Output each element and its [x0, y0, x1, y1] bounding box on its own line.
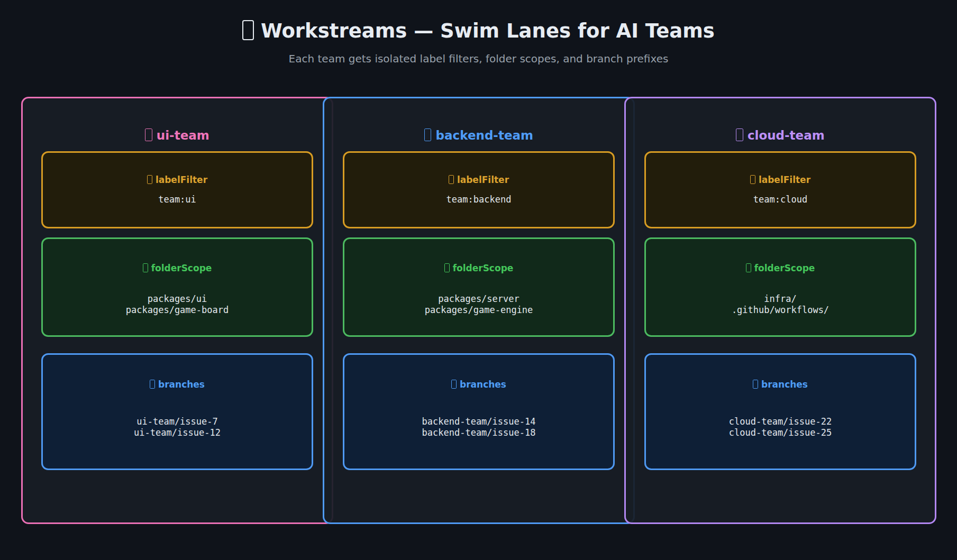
folder-scope-card: folderScope packages/ui packages/game-bo…: [41, 237, 313, 337]
lane-title-text: cloud-team: [748, 128, 825, 142]
lane-backend-team: backend-team labelFilter team:backend fo…: [323, 97, 635, 524]
card-values: team:ui: [43, 194, 312, 205]
branches-card: branches ui-team/issue-7 ui-team/issue-1…: [41, 353, 313, 470]
missing-emoji-icon: [444, 263, 450, 273]
card-values: ui-team/issue-7 ui-team/issue-12: [43, 416, 312, 438]
value-line: backend-team/issue-14: [344, 416, 613, 427]
missing-emoji-icon: [753, 380, 758, 389]
card-title: labelFilter: [43, 175, 312, 185]
page-subtitle: Each team gets isolated label filters, f…: [0, 52, 957, 65]
card-title-text: folderScope: [151, 263, 212, 273]
branches-card: branches backend-team/issue-14 backend-t…: [343, 353, 615, 470]
card-values: backend-team/issue-14 backend-team/issue…: [344, 416, 613, 438]
missing-emoji-icon: [145, 128, 152, 141]
card-title-text: branches: [158, 379, 205, 390]
diagram-canvas: { "header": { "title": "Workstreams — Sw…: [0, 0, 957, 560]
missing-emoji-icon: [736, 128, 743, 141]
card-title-text: branches: [460, 379, 506, 390]
value-line: ui-team/issue-12: [43, 427, 312, 438]
label-filter-card: labelFilter team:backend: [343, 151, 615, 228]
lane-cloud-team: cloud-team labelFilter team:cloud folder…: [624, 97, 936, 524]
lane-ui-team: ui-team labelFilter team:ui folderScope …: [21, 97, 333, 524]
value-line: cloud-team/issue-22: [646, 416, 915, 427]
card-title-text: labelFilter: [759, 175, 810, 185]
card-title: branches: [344, 379, 613, 390]
missing-emoji-icon: [451, 380, 457, 389]
missing-emoji-icon: [750, 175, 755, 185]
branches-card: branches cloud-team/issue-22 cloud-team/…: [644, 353, 916, 470]
label-filter-card: labelFilter team:ui: [41, 151, 313, 228]
lane-title: cloud-team: [626, 128, 935, 143]
card-title: folderScope: [646, 263, 915, 273]
card-title: branches: [43, 379, 312, 390]
value-line: packages/game-engine: [344, 305, 613, 316]
lane-title: ui-team: [23, 128, 332, 143]
page-title-text: Workstreams — Swim Lanes for AI Teams: [261, 20, 715, 42]
card-title-text: labelFilter: [156, 175, 207, 185]
value-line: .github/workflows/: [646, 305, 915, 316]
value-line: team:ui: [43, 194, 312, 205]
missing-emoji-icon: [143, 263, 148, 273]
missing-emoji-icon: [147, 175, 152, 185]
missing-emoji-icon: [746, 263, 751, 273]
value-line: team:cloud: [646, 194, 915, 205]
lane-title: backend-team: [324, 128, 633, 143]
card-values: team:backend: [344, 194, 613, 205]
card-title: folderScope: [43, 263, 312, 273]
card-title-text: branches: [761, 379, 808, 390]
card-title: folderScope: [344, 263, 613, 273]
value-line: cloud-team/issue-25: [646, 427, 915, 438]
card-values: packages/ui packages/game-board: [43, 293, 312, 316]
card-title: labelFilter: [646, 175, 915, 185]
missing-emoji-icon: [449, 175, 454, 185]
value-line: ui-team/issue-7: [43, 416, 312, 427]
missing-emoji-icon: [150, 380, 155, 389]
folder-scope-card: folderScope packages/server packages/gam…: [343, 237, 615, 337]
swim-lanes-container: ui-team labelFilter team:ui folderScope …: [21, 97, 936, 524]
card-title: branches: [646, 379, 915, 390]
card-values: cloud-team/issue-22 cloud-team/issue-25: [646, 416, 915, 438]
lane-title-text: ui-team: [157, 128, 209, 142]
card-values: packages/server packages/game-engine: [344, 293, 613, 316]
value-line: team:backend: [344, 194, 613, 205]
value-line: infra/: [646, 293, 915, 305]
card-title-text: folderScope: [453, 263, 514, 273]
card-title-text: folderScope: [754, 263, 815, 273]
card-title-text: labelFilter: [457, 175, 509, 185]
card-values: team:cloud: [646, 194, 915, 205]
card-values: infra/ .github/workflows/: [646, 293, 915, 316]
card-title: labelFilter: [344, 175, 613, 185]
folder-scope-card: folderScope infra/ .github/workflows/: [644, 237, 916, 337]
missing-emoji-icon: [242, 20, 253, 40]
lane-title-text: backend-team: [436, 128, 533, 142]
value-line: packages/server: [344, 293, 613, 305]
value-line: packages/game-board: [43, 305, 312, 316]
label-filter-card: labelFilter team:cloud: [644, 151, 916, 228]
value-line: packages/ui: [43, 293, 312, 305]
page-title: Workstreams — Swim Lanes for AI Teams: [0, 0, 957, 43]
value-line: backend-team/issue-18: [344, 427, 613, 438]
missing-emoji-icon: [424, 128, 431, 141]
